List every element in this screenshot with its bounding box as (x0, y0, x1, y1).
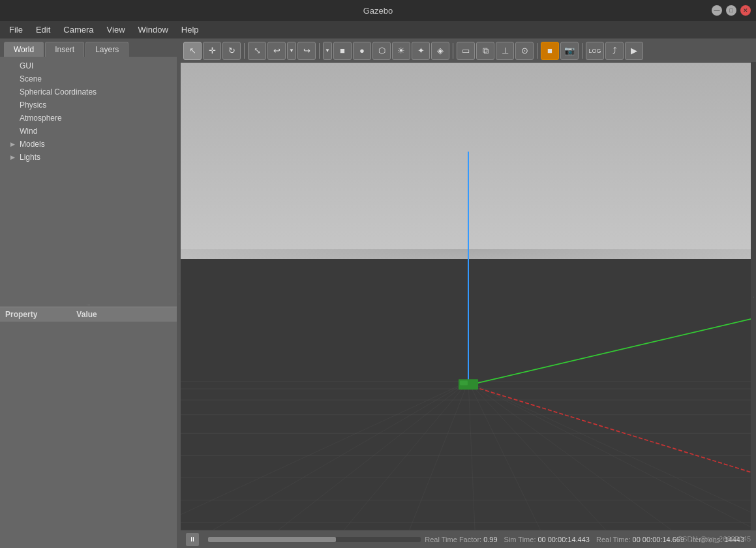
properties-panel: Property Value (0, 307, 177, 548)
tree-item-spherical-coordinates[interactable]: Spherical Coordinates (0, 85, 177, 99)
log-button[interactable]: LOG (586, 42, 604, 60)
camera-tool[interactable]: 📷 (560, 42, 579, 60)
tree-item-label: Physics (20, 100, 46, 110)
toolbar: ↖✛↻⤡↩▼↪▼■●⬡☀✦◈▭⧉⊥⊙■📷LOG⤴▶ (181, 39, 756, 63)
real-time-label: Real Time: (596, 536, 631, 543)
undo-tool[interactable]: ↩ (267, 42, 286, 60)
toolbar-separator (582, 43, 582, 59)
tab-world[interactable]: World (4, 42, 44, 57)
undo-dropdown-tool[interactable]: ▼ (287, 42, 296, 60)
property-col-header: Property (5, 310, 37, 319)
tree-item-label: Spherical Coordinates (20, 87, 97, 97)
tree-item-wind[interactable]: Wind (0, 125, 177, 138)
right-area: ↖✛↻⤡↩▼↪▼■●⬡☀✦◈▭⧉⊥⊙■📷LOG⤴▶ (181, 39, 756, 548)
3d-viewport[interactable]: ··· (181, 63, 756, 530)
svg-rect-25 (460, 381, 468, 386)
scene-svg (181, 63, 756, 530)
tree-item-label: Scene (20, 74, 42, 84)
toolbar-separator (244, 43, 245, 59)
video-tool[interactable]: ▶ (625, 42, 643, 60)
window-controls: — □ ✕ (712, 5, 751, 16)
toolbar-separator (537, 43, 537, 59)
menu-item-file[interactable]: File (3, 23, 29, 37)
tree-item-label: Atmosphere (20, 114, 62, 123)
tree-item-label: GUI (20, 61, 33, 70)
watermark: CSDN @qq_26697045 (677, 535, 751, 543)
toolbar-separator (453, 43, 453, 59)
close-button[interactable]: ✕ (740, 5, 751, 16)
window-title: Gazebo (363, 6, 393, 16)
tree-item-models[interactable]: ▶Models (0, 138, 177, 151)
tree-item-lights[interactable]: ▶Lights (0, 151, 177, 164)
chart-tool[interactable]: ⤴ (605, 42, 624, 60)
scale-tool[interactable]: ⤡ (248, 42, 266, 60)
plane-tool[interactable]: ▭ (457, 42, 475, 60)
menu-item-help[interactable]: Help (175, 23, 205, 37)
snap-tool[interactable]: ⊙ (515, 42, 534, 60)
sim-time-label: Sim Time: (504, 536, 536, 543)
svg-line-23 (468, 314, 756, 385)
tree-item-gui[interactable]: GUI (0, 59, 177, 72)
value-col-header: Value (76, 310, 97, 319)
world-tab-bar: WorldInsertLayers (0, 39, 177, 57)
menu-item-window[interactable]: Window (132, 23, 175, 37)
minimize-button[interactable]: — (712, 5, 722, 16)
tab-insert[interactable]: Insert (45, 42, 84, 57)
right-panel-handle[interactable]: ··· (751, 63, 756, 530)
progress-fill (208, 537, 336, 542)
tree-item-label: Wind (20, 127, 37, 136)
align-bottom-tool[interactable]: ⊥ (496, 42, 514, 60)
menu-item-view[interactable]: View (100, 23, 132, 37)
pause-button[interactable]: ⏸ (186, 533, 199, 546)
progress-bar (208, 537, 421, 542)
tree-arrow-icon: ▶ (10, 154, 17, 160)
sun-tool[interactable]: ☀ (392, 42, 410, 60)
translate-tool[interactable]: ✛ (203, 42, 221, 60)
redo-dropdown-tool[interactable]: ▼ (323, 42, 332, 60)
select-tool[interactable]: ↖ (183, 42, 202, 60)
box-tool[interactable]: ■ (333, 42, 352, 60)
tab-layers[interactable]: Layers (85, 42, 129, 57)
menu-item-edit[interactable]: Edit (29, 23, 57, 37)
toolbar-separator (319, 43, 320, 59)
properties-header: Property Value (0, 307, 177, 322)
world-tree: GUISceneSpherical CoordinatesPhysicsAtmo… (0, 57, 177, 303)
tree-item-scene[interactable]: Scene (0, 72, 177, 85)
tree-item-label: Models (20, 140, 45, 149)
main-layout: WorldInsertLayers GUISceneSpherical Coor… (0, 39, 756, 548)
real-time-value: 00 00:00:14.669 (633, 536, 685, 543)
real-time-factor-value: 0.99 (483, 536, 497, 543)
real-time-factor-label: Real Time Factor: (425, 536, 481, 543)
svg-line-22 (468, 385, 756, 478)
statusbar: ⏸ Real Time Factor: 0.99 Sim Time: 00 00… (181, 530, 756, 548)
copy-tool[interactable]: ⧉ (476, 42, 494, 60)
menubar: FileEditCameraViewWindowHelp (0, 21, 756, 39)
pointlight-tool[interactable]: ✦ (412, 42, 430, 60)
spotlight-tool[interactable]: ◈ (431, 42, 449, 60)
orange-box-tool[interactable]: ■ (541, 42, 559, 60)
tree-item-physics[interactable]: Physics (0, 99, 177, 112)
maximize-button[interactable]: □ (726, 5, 736, 16)
sim-time-value: 00 00:00:14.443 (537, 536, 590, 543)
titlebar: Gazebo — □ ✕ (0, 0, 756, 21)
cylinder-tool[interactable]: ⬡ (372, 42, 391, 60)
redo-tool[interactable]: ↪ (297, 42, 316, 60)
sphere-tool[interactable]: ● (353, 42, 371, 60)
tree-arrow-icon: ▶ (10, 141, 17, 147)
menu-item-camera[interactable]: Camera (57, 23, 100, 37)
tree-item-atmosphere[interactable]: Atmosphere (0, 112, 177, 125)
rotate-tool[interactable]: ↻ (222, 42, 241, 60)
tree-item-label: Lights (20, 153, 40, 162)
left-panel: WorldInsertLayers GUISceneSpherical Coor… (0, 39, 177, 548)
